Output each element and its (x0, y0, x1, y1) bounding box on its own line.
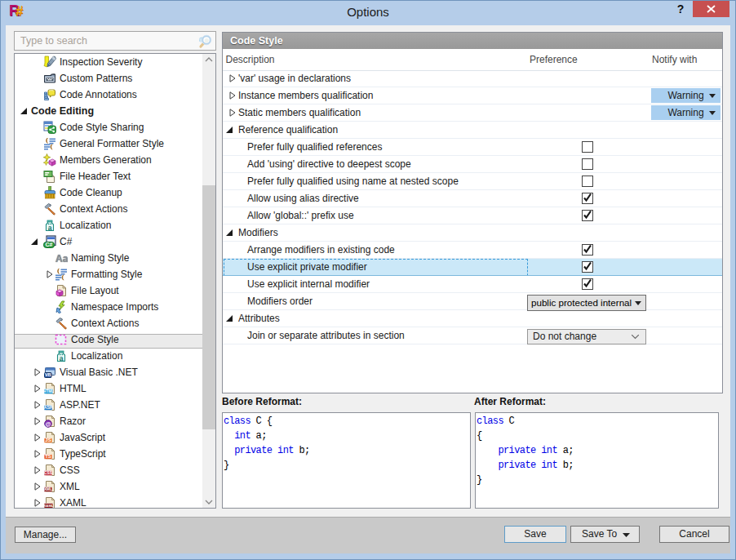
svg-text:XAML: XAML (44, 504, 54, 508)
svg-text:VB: VB (45, 372, 51, 377)
svg-text:a: a (48, 224, 52, 232)
svg-text:HTML: HTML (43, 389, 54, 393)
svg-text:Aa: Aa (55, 253, 68, 264)
svg-text:CSS: CSS (44, 471, 53, 475)
svg-text:@: @ (46, 421, 51, 427)
svg-text:JS: JS (45, 438, 51, 442)
svg-text:C#: C# (46, 242, 53, 247)
svg-text:ASP: ASP (44, 405, 53, 410)
svg-text:XML: XML (44, 487, 52, 491)
svg-text:TS: TS (45, 454, 51, 459)
svg-text:a: a (60, 354, 64, 362)
